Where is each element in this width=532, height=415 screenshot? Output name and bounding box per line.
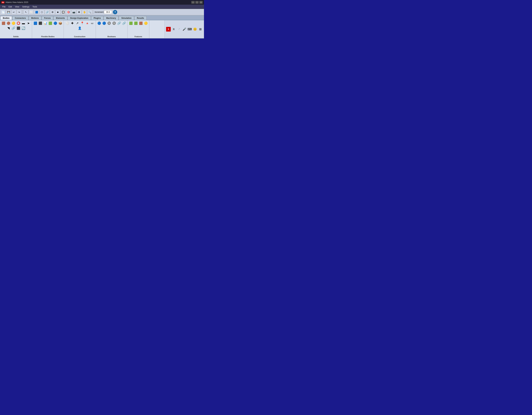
ime-mic-icon[interactable]: 🎤 bbox=[182, 27, 187, 32]
tab-design-exploration[interactable]: Design Exploration bbox=[68, 16, 91, 20]
menu-settings[interactable]: Settings bbox=[21, 5, 31, 8]
flex-icon5[interactable]: 🔵 bbox=[53, 21, 58, 26]
close-button[interactable]: ✕ bbox=[199, 1, 203, 4]
construction-label: Construction bbox=[74, 36, 85, 38]
tab-elements[interactable]: Elements bbox=[54, 16, 67, 20]
ime-lang-icon[interactable]: 英 bbox=[171, 27, 176, 32]
bool-icon3[interactable]: 🔘 bbox=[107, 21, 112, 26]
solid-extrude-icon[interactable]: ⬛ bbox=[16, 26, 21, 30]
save-button[interactable]: 💾 bbox=[6, 10, 11, 14]
solid-arrow-icon[interactable]: ➤ bbox=[26, 21, 31, 26]
subtool-solids: 🟫 🟤 🟡 ⭕ ▬ ➤ ◥ 🔗 ⬛ 🔄 Solids bbox=[0, 20, 32, 38]
flex-icon1[interactable]: 🟦 bbox=[33, 21, 38, 26]
solid-link-icon[interactable]: 🔗 bbox=[11, 26, 16, 30]
solid-sphere-icon[interactable]: 🟡 bbox=[11, 21, 16, 26]
ime-keyboard-icon[interactable]: ⌨ bbox=[187, 27, 192, 32]
redo-button[interactable]: ↪ bbox=[17, 10, 22, 14]
flex-icon3[interactable]: 📊 bbox=[43, 21, 48, 26]
ime-punct-icon[interactable]: ·' bbox=[177, 27, 181, 32]
undo-button[interactable]: ↩ bbox=[11, 10, 16, 14]
const-icon3[interactable]: ↗ bbox=[75, 21, 80, 26]
solid-cylinder-icon[interactable]: 🟤 bbox=[6, 21, 11, 26]
solids-label: Solids bbox=[13, 36, 19, 38]
menubar: File Edit View Settings Tools bbox=[0, 5, 204, 9]
menu-edit[interactable]: Edit bbox=[7, 5, 13, 8]
solid-torus-icon[interactable]: ⭕ bbox=[16, 21, 21, 26]
toolbar: 📄 💾 ↩ ↪ ↖ ⬜ 🟦 ⬡ 🔗 ⚙ ■ 🔲 🎯 📷 ✤ 🖐 🔍 Increm… bbox=[0, 9, 204, 15]
tab-forces[interactable]: Forces bbox=[42, 16, 53, 20]
app-title: Adams View Adams 2020 bbox=[6, 1, 28, 3]
tab-plugins[interactable]: Plugins bbox=[91, 16, 103, 20]
const-icon6[interactable]: xyz bbox=[90, 21, 95, 26]
feat-icon1[interactable]: 🟩 bbox=[129, 21, 133, 26]
feat-icon3[interactable]: 🟫 bbox=[139, 21, 143, 26]
const-icon4[interactable]: 📍 bbox=[80, 21, 85, 26]
titlebar: Ad Adams View Adams 2020 — □ ✕ bbox=[0, 0, 204, 5]
box-select[interactable]: ⬜ bbox=[29, 10, 34, 14]
bool-icon4[interactable]: 🔘 bbox=[112, 21, 116, 26]
help-button[interactable]: ? bbox=[113, 10, 117, 14]
view3d-btn[interactable]: 🔲 bbox=[61, 10, 66, 14]
sep1 bbox=[22, 10, 23, 14]
solid-wedge-icon[interactable]: ◥ bbox=[6, 26, 11, 30]
const-icon7[interactable]: 👤 bbox=[77, 26, 82, 30]
wireframe-btn[interactable]: ⬡ bbox=[39, 10, 44, 14]
connect-btn[interactable]: ✤ bbox=[76, 10, 82, 14]
bool-icon6[interactable]: 🔗 bbox=[122, 21, 126, 26]
flexible-icons: 🟦 ⬛ 📊 🟩 🔵 📦 bbox=[33, 21, 63, 26]
tab-machinery[interactable]: Machinery bbox=[104, 16, 118, 20]
zoom-btn[interactable]: 🔍 bbox=[87, 10, 92, 14]
menu-view[interactable]: View bbox=[14, 5, 21, 8]
ime-s-icon[interactable]: S bbox=[166, 27, 171, 32]
maximize-button[interactable]: □ bbox=[195, 1, 199, 4]
menu-file[interactable]: File bbox=[1, 5, 7, 8]
subtool-features: 🟩 🟩 🟫 🟡 Features bbox=[128, 20, 149, 38]
sep2 bbox=[93, 10, 93, 14]
camera-btn[interactable]: 📷 bbox=[71, 10, 76, 14]
feat-icon2[interactable]: 🟩 bbox=[133, 21, 138, 26]
pan-btn[interactable]: 🖐 bbox=[82, 10, 87, 14]
tab-connectors[interactable]: Connectors bbox=[12, 16, 28, 20]
cube-view[interactable]: 🟦 bbox=[34, 10, 39, 14]
menu-tools[interactable]: Tools bbox=[31, 5, 38, 8]
minimize-button[interactable]: — bbox=[191, 1, 195, 4]
select-button[interactable]: ↖ bbox=[23, 10, 28, 14]
ime-grid-icon[interactable]: ⊞ bbox=[198, 27, 203, 32]
navtabs: Bodies Connectors Motions Forces Element… bbox=[0, 15, 204, 20]
flexible-label: Flexible Bodies bbox=[41, 36, 55, 38]
bool-icon2[interactable]: 🔵 bbox=[102, 21, 106, 26]
subtool-construction: ⚪ ✚ ↗ 📍 🔺 xyz 👤 Construction bbox=[64, 20, 96, 38]
target-btn[interactable]: 🎯 bbox=[66, 10, 71, 14]
features-label: Features bbox=[134, 36, 142, 38]
increment-control: Increment bbox=[95, 10, 112, 14]
const-icon5[interactable]: 🔺 bbox=[85, 21, 90, 26]
bool-icon5[interactable]: 🔗 bbox=[117, 21, 121, 26]
tab-results[interactable]: Results bbox=[134, 16, 146, 20]
solid-revolve-icon[interactable]: 🔄 bbox=[21, 26, 26, 30]
feat-icon4[interactable]: 🟡 bbox=[143, 21, 148, 26]
const-icon1[interactable]: ⚪ bbox=[65, 21, 70, 26]
flex-icon2[interactable]: ⬛ bbox=[38, 21, 43, 26]
solids-icons: 🟫 🟤 🟡 ⭕ ▬ ➤ ◥ 🔗 ⬛ 🔄 bbox=[1, 21, 31, 30]
increment-input[interactable] bbox=[104, 10, 112, 14]
flex-icon6[interactable]: 📦 bbox=[58, 21, 63, 26]
solid-box-icon[interactable]: 🟫 bbox=[1, 21, 6, 26]
link-btn[interactable]: 🔗 bbox=[45, 10, 50, 14]
square-btn[interactable]: ■ bbox=[55, 10, 60, 14]
new-button[interactable]: 📄 bbox=[1, 10, 6, 14]
window-controls: — □ ✕ bbox=[191, 1, 203, 4]
ime-toolbar: S 英 ·' 🎤 ⌨ 😊 ⊞ bbox=[165, 20, 204, 38]
ime-emoji-icon[interactable]: 😊 bbox=[193, 27, 197, 32]
tab-motions[interactable]: Motions bbox=[29, 16, 41, 20]
tab-simulation[interactable]: Simulation bbox=[119, 16, 134, 20]
parts-btn[interactable]: ⚙ bbox=[50, 10, 55, 14]
const-icon2[interactable]: ✚ bbox=[70, 21, 75, 26]
flex-icon4[interactable]: 🟩 bbox=[48, 21, 53, 26]
bool-icon1[interactable]: 🔵 bbox=[97, 21, 102, 26]
subtool-booleans: 🔵 🔵 🔘 🔘 🔗 🔗 Booleans bbox=[96, 20, 128, 38]
solid-plate-icon[interactable]: ▬ bbox=[21, 21, 26, 26]
ad-logo: Ad bbox=[1, 1, 4, 3]
tab-bodies[interactable]: Bodies bbox=[0, 16, 12, 20]
titlebar-left: Ad Adams View Adams 2020 bbox=[1, 1, 28, 3]
subtool-flexible: 🟦 ⬛ 📊 🟩 🔵 📦 Flexible Bodies bbox=[32, 20, 64, 38]
